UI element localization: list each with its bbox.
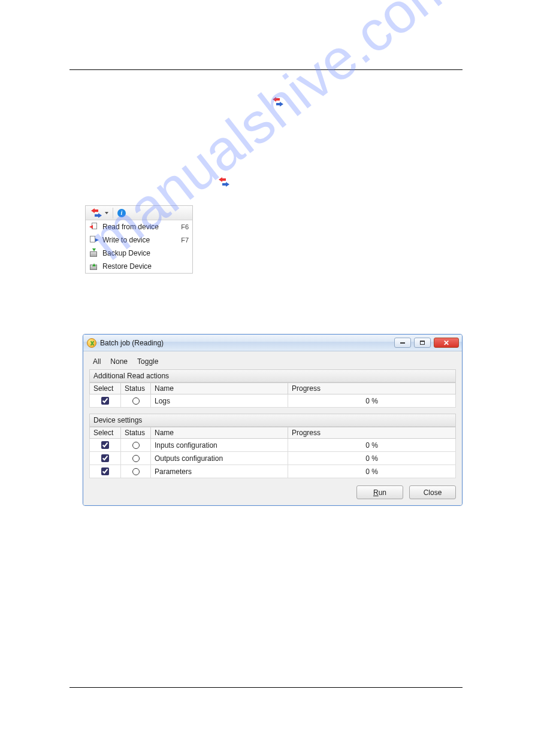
filter-toggle[interactable]: Toggle	[137, 357, 158, 366]
backup-icon	[89, 248, 99, 258]
row-name: Parameters	[151, 465, 288, 478]
col-header-name[interactable]: Name	[151, 427, 288, 439]
section-table-device: Select Status Name Progress Inputs confi…	[89, 427, 456, 478]
dropdown-list: Read from device F6 Write to device F7 B…	[86, 220, 192, 273]
doc-section: Configuration	[424, 59, 463, 66]
write-icon	[89, 235, 99, 245]
filter-none[interactable]: None	[110, 357, 128, 366]
row-checkbox[interactable]	[101, 397, 109, 405]
dialog-button-row: Run Close	[89, 478, 456, 499]
menu-item-label: Read from device	[102, 223, 159, 231]
menu-item-shortcut: F7	[181, 236, 189, 244]
status-pending-icon	[132, 397, 140, 405]
row-checkbox[interactable]	[101, 454, 109, 462]
section-header-device: Device settings	[89, 414, 456, 427]
transfer-icon	[272, 97, 284, 108]
batch-job-dialog: Batch job (Reading) ✕ All None Toggle Ad…	[83, 334, 463, 506]
row-checkbox[interactable]	[101, 467, 109, 475]
window-close-button[interactable]: ✕	[434, 338, 459, 348]
menu-restore-device[interactable]: Restore Device	[86, 260, 192, 273]
row-progress: 0 %	[288, 394, 456, 408]
info-icon: i	[117, 209, 126, 217]
close-button[interactable]: Close	[409, 485, 456, 499]
footer-divider	[69, 687, 463, 688]
table-row: Logs 0 %	[90, 394, 456, 408]
transfer-icon	[218, 177, 230, 189]
header-divider	[69, 69, 463, 70]
toolbar-separator	[113, 208, 113, 218]
close-button-label: Close	[424, 488, 442, 497]
dialog-title: Batch job (Reading)	[100, 339, 164, 347]
col-header-progress[interactable]: Progress	[288, 427, 456, 439]
col-header-status[interactable]: Status	[121, 427, 151, 439]
restore-icon	[89, 262, 99, 271]
row-progress: 0 %	[288, 452, 456, 465]
transfer-dropdown-menu: i Read from device F6 Write to device F7…	[85, 205, 193, 274]
transfer-icon	[90, 208, 102, 218]
chevron-down-icon	[105, 212, 108, 214]
menu-item-label: Backup Device	[102, 249, 150, 257]
doc-title: FDRM-M22k User instruction	[69, 59, 155, 66]
row-name: Logs	[151, 394, 288, 408]
run-button[interactable]: Run	[356, 485, 403, 499]
status-pending-icon	[132, 468, 140, 475]
menu-write-to-device[interactable]: Write to device F7	[86, 233, 192, 247]
row-progress: 0 %	[288, 465, 456, 478]
maximize-icon	[420, 341, 425, 345]
menu-item-shortcut: F6	[181, 223, 189, 230]
info-toolbar-button[interactable]: i	[115, 208, 128, 218]
table-row: Inputs configuration 0 %	[90, 439, 456, 452]
col-header-progress[interactable]: Progress	[288, 383, 456, 394]
close-icon: ✕	[443, 339, 449, 347]
menu-item-label: Write to device	[102, 236, 150, 244]
row-name: Outputs configuration	[151, 452, 288, 465]
col-header-select[interactable]: Select	[90, 427, 121, 439]
section-header-additional: Additional Read actions	[89, 369, 456, 382]
run-button-rest: un	[379, 488, 386, 497]
dialog-app-icon	[87, 338, 96, 348]
status-pending-icon	[132, 442, 140, 449]
transfer-toolbar-button[interactable]	[88, 207, 111, 219]
row-name: Inputs configuration	[151, 439, 288, 452]
dialog-titlebar[interactable]: Batch job (Reading) ✕	[83, 335, 462, 351]
filter-all[interactable]: All	[93, 357, 101, 366]
filter-row: All None Toggle	[89, 356, 456, 369]
section-table-additional: Select Status Name Progress Logs 0 %	[89, 382, 456, 408]
menu-backup-device[interactable]: Backup Device	[86, 247, 192, 260]
window-maximize-button[interactable]	[414, 338, 431, 348]
status-pending-icon	[132, 455, 140, 462]
dropdown-toolbar: i	[86, 206, 192, 220]
table-row: Parameters 0 %	[90, 465, 456, 478]
menu-read-from-device[interactable]: Read from device F6	[86, 220, 192, 233]
row-checkbox[interactable]	[101, 441, 109, 449]
minimize-icon	[400, 342, 405, 344]
menu-item-label: Restore Device	[102, 262, 152, 271]
col-header-status[interactable]: Status	[121, 383, 151, 394]
read-icon	[89, 222, 99, 232]
col-header-select[interactable]: Select	[90, 383, 121, 394]
row-progress: 0 %	[288, 439, 456, 452]
table-row: Outputs configuration 0 %	[90, 452, 456, 465]
window-minimize-button[interactable]	[394, 338, 411, 348]
col-header-name[interactable]: Name	[151, 383, 288, 394]
